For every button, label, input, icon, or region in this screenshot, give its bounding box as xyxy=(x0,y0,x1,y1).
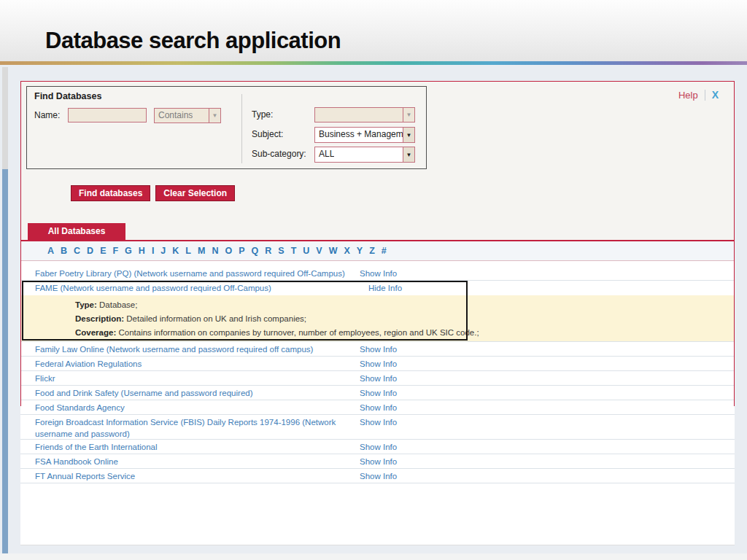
alphabet-letter-link[interactable]: G xyxy=(125,246,132,256)
subject-value: Business + Managem xyxy=(315,128,403,142)
subject-label: Subject: xyxy=(252,129,283,139)
database-row: Foreign Broadcast Information Service (F… xyxy=(20,415,735,440)
find-databases-button[interactable]: Find databases xyxy=(71,185,150,201)
alphabet-letter-link[interactable]: O xyxy=(225,246,232,256)
show-info-link[interactable]: Show Info xyxy=(360,440,397,454)
chevron-down-icon: ▼ xyxy=(403,108,414,122)
alphabet-letter-link[interactable]: A xyxy=(47,246,54,256)
show-info-link[interactable]: Show Info xyxy=(360,416,397,428)
chevron-down-icon: ▼ xyxy=(209,109,220,122)
alphabet-letter-link[interactable]: H xyxy=(139,246,145,256)
divider xyxy=(705,90,705,101)
alphabet-letter-link[interactable]: S xyxy=(278,246,284,256)
show-info-link[interactable]: Show Info xyxy=(360,266,397,281)
database-row: Food Standards Agency Show Info xyxy=(20,400,735,415)
alphabet-letter-link[interactable]: Y xyxy=(357,246,363,256)
search-section: Help X Find Databases Name: Contains ▼ T… xyxy=(20,82,735,240)
database-row: Faber Poetry Library (PQ) (Network usern… xyxy=(20,266,735,281)
name-label: Name: xyxy=(34,110,60,120)
panel-border-right xyxy=(734,81,735,406)
clear-selection-button[interactable]: Clear Selection xyxy=(155,185,235,201)
alphabet-letter-link[interactable]: R xyxy=(265,246,271,256)
name-input[interactable] xyxy=(68,108,147,122)
subcategory-label: Sub-category: xyxy=(252,149,306,159)
alphabet-letter-link[interactable]: B xyxy=(61,246,67,256)
show-info-link[interactable]: Show Info xyxy=(360,469,397,483)
alphabet-letter-link[interactable]: V xyxy=(316,246,322,256)
database-link[interactable]: Food Standards Agency xyxy=(35,400,125,415)
alphabet-letter-link[interactable]: I xyxy=(152,246,154,256)
hide-info-link[interactable]: Hide Info xyxy=(368,281,402,295)
alphabet-letter-link[interactable]: P xyxy=(239,246,244,256)
alphabet-letter-link[interactable]: T xyxy=(291,246,297,256)
search-form-title: Find Databases xyxy=(34,91,101,101)
show-info-link[interactable]: Show Info xyxy=(360,454,397,469)
header-gradient-divider xyxy=(0,61,747,65)
alphabet-letter-link[interactable]: N xyxy=(212,246,218,256)
alphabet-letter-link[interactable]: U xyxy=(303,246,309,256)
show-info-link[interactable]: Show Info xyxy=(360,386,397,400)
database-row: Friends of the Earth International Show … xyxy=(20,440,735,454)
tab-all-databases[interactable]: All Databases xyxy=(28,223,125,240)
alphabet-letter-link[interactable]: J xyxy=(160,246,166,256)
database-row: FT Annual Reports Service Show Info xyxy=(20,469,735,483)
database-link[interactable]: Family Law Online (Network username and … xyxy=(35,342,313,357)
subject-select[interactable]: Business + Managem ▼ xyxy=(314,127,415,143)
database-row: Federal Aviation Regulations Show Info xyxy=(20,357,735,371)
database-row: FSA Handbook Online Show Info xyxy=(20,454,735,469)
database-link[interactable]: Food and Drink Safety (Username and pass… xyxy=(35,386,253,400)
alphabet-letter-link[interactable]: E xyxy=(100,246,106,256)
database-link[interactable]: Foreign Broadcast Information Service (F… xyxy=(35,416,363,440)
contains-select[interactable]: Contains ▼ xyxy=(154,108,221,123)
database-link[interactable]: Flickr xyxy=(35,371,55,386)
database-link[interactable]: FAME (Network username and password requ… xyxy=(35,281,271,295)
database-row: Family Law Online (Network username and … xyxy=(20,342,735,357)
database-row: FAME (Network username and password requ… xyxy=(20,281,735,295)
database-link[interactable]: Friends of the Earth International xyxy=(35,440,158,454)
alphabet-letter-link[interactable]: X xyxy=(344,246,349,256)
show-info-link[interactable]: Show Info xyxy=(360,371,397,386)
database-row: Food and Drink Safety (Username and pass… xyxy=(20,386,735,400)
database-info-panel: Type: Database; Description: Detailed in… xyxy=(20,295,735,342)
info-coverage-line: Coverage: Contains information on compan… xyxy=(75,326,727,340)
contains-value: Contains xyxy=(155,109,193,122)
alphabet-letter-link[interactable]: C xyxy=(74,246,80,256)
alphabet-letter-link[interactable]: M xyxy=(198,246,205,256)
alphabet-letter-link[interactable]: # xyxy=(382,246,387,256)
info-description-line: Description: Detailed information on UK … xyxy=(75,312,727,326)
alphabet-letter-link[interactable]: Z xyxy=(369,246,375,256)
close-icon[interactable]: X xyxy=(712,89,719,101)
info-type-line: Type: Database; xyxy=(75,298,727,312)
database-link[interactable]: Federal Aviation Regulations xyxy=(35,357,142,371)
subcategory-select[interactable]: ALL ▼ xyxy=(314,147,415,163)
database-link[interactable]: FSA Handbook Online xyxy=(35,454,118,469)
alphabet-letter-link[interactable]: L xyxy=(185,246,191,256)
show-info-link[interactable]: Show Info xyxy=(360,400,397,415)
database-link[interactable]: FT Annual Reports Service xyxy=(35,469,135,483)
alphabet-letter-link[interactable]: Q xyxy=(252,246,259,256)
database-list: Faber Poetry Library (PQ) (Network usern… xyxy=(20,262,735,483)
type-value xyxy=(315,108,319,122)
panel-border-left xyxy=(20,81,21,406)
type-select[interactable]: ▼ xyxy=(314,107,415,122)
type-label: Type: xyxy=(252,109,273,120)
chevron-down-icon: ▼ xyxy=(403,128,414,142)
alphabet-letter-link[interactable]: D xyxy=(87,246,93,256)
slide-footer-strip xyxy=(0,553,747,560)
alphabet-letter-link[interactable]: F xyxy=(112,246,118,256)
search-form: Find Databases Name: Contains ▼ Type: ▼ … xyxy=(26,86,427,169)
database-link[interactable]: Faber Poetry Library (PQ) (Network usern… xyxy=(35,266,345,281)
show-info-link[interactable]: Show Info xyxy=(360,357,397,371)
action-buttons: Find databases Clear Selection xyxy=(71,185,235,201)
form-divider xyxy=(241,94,242,163)
alphabet-letter-link[interactable]: K xyxy=(172,246,179,256)
scrollbar-thumb[interactable] xyxy=(2,169,8,560)
page-title: Database search application xyxy=(45,28,341,54)
subcategory-value: ALL xyxy=(315,147,334,162)
database-row: Flickr Show Info xyxy=(20,371,735,386)
find-databases-panel: Help X Find Databases Name: Contains ▼ T… xyxy=(20,81,735,545)
alphabet-letter-link[interactable]: W xyxy=(329,246,338,256)
help-link[interactable]: Help xyxy=(678,90,698,101)
scrollbar-track[interactable] xyxy=(2,67,8,169)
show-info-link[interactable]: Show Info xyxy=(360,342,397,357)
